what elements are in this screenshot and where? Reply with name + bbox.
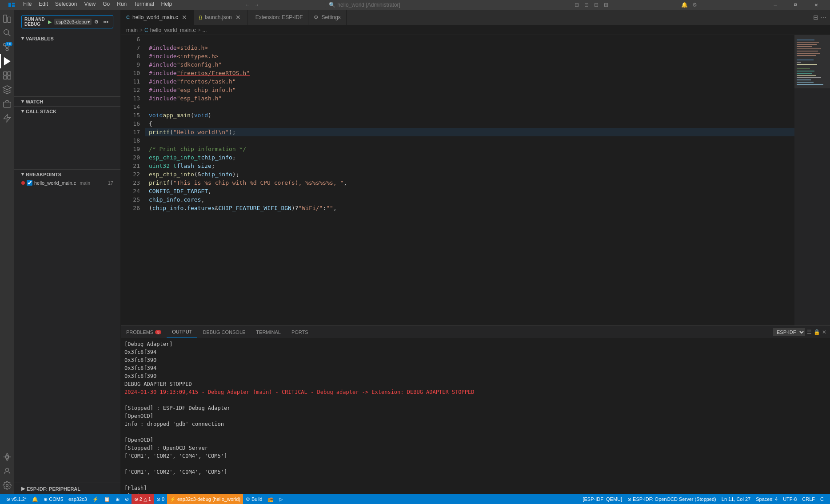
restore-btn[interactable]: ⧉: [786, 0, 806, 10]
breadcrumb-main[interactable]: main: [126, 27, 138, 33]
remote-icon[interactable]: [0, 450, 14, 464]
tabs-bar: C hello_world_main.c ✕ {} launch.json ✕ …: [121, 10, 830, 25]
output-source-select[interactable]: ESP-IDF: [773, 328, 805, 336]
panel-close-icon[interactable]: ✕: [822, 329, 826, 335]
code-editor[interactable]: #include <stdio.h> #include <inttypes.h>…: [145, 35, 794, 325]
menu-terminal[interactable]: Terminal: [130, 0, 157, 10]
sidebar-item-extensions[interactable]: [0, 68, 14, 83]
status-run-icon-btn[interactable]: ▷: [276, 494, 285, 504]
espidf-section-header[interactable]: ▶ ESP-IDF: PERIPHERAL: [14, 484, 120, 493]
svg-point-9: [6, 48, 8, 51]
panel-tab-ports[interactable]: PORTS: [286, 326, 314, 338]
menu-selection[interactable]: Selection: [52, 0, 80, 10]
activity-icon-btn[interactable]: ⊟: [592, 2, 600, 8]
watch-section-header[interactable]: ▾ WATCH: [14, 97, 120, 106]
sidebar: RUN AND DEBUG ▶ esp32c3-debu ▾ ⚙ ••• ▾ V…: [14, 10, 121, 494]
status-encoding[interactable]: UTF-8: [780, 494, 799, 504]
status-esp-idf-qemu[interactable]: [ESP-IDF: QEMU]: [580, 494, 625, 504]
sidebar-item-source-control[interactable]: 16: [0, 40, 14, 54]
terminal-label: TERMINAL: [256, 329, 281, 335]
status-com5[interactable]: ⊕ COM5: [41, 494, 66, 504]
status-no-problems[interactable]: ⊘ 0: [154, 494, 167, 504]
layout-icon[interactable]: ⊟: [573, 2, 581, 8]
code-line-17: printf("Hello world!\n");: [145, 128, 794, 136]
line-num-17: 17: [121, 128, 140, 136]
status-debug-session[interactable]: ⚡ esp32c3-debug (hello_world): [167, 494, 243, 504]
more-actions-icon[interactable]: ⋯: [820, 14, 826, 21]
status-cursor-position[interactable]: Ln 11, Col 27: [719, 494, 753, 504]
status-sdkconfig-icon-btn[interactable]: ⊘: [122, 494, 132, 504]
panel-list-view-icon[interactable]: ☰: [807, 329, 812, 335]
debug-gear-icon[interactable]: ⚙: [94, 19, 99, 25]
breadcrumb-filename[interactable]: hello_world_main.c: [150, 27, 196, 33]
tab-settings[interactable]: ⚙ Settings: [308, 10, 346, 25]
settings-gear-icon[interactable]: ⚙: [690, 2, 699, 8]
breakpoint-item[interactable]: hello_world_main.c main 17: [14, 179, 120, 187]
menu-help[interactable]: Help: [158, 0, 176, 10]
start-debug-btn[interactable]: ▶: [48, 19, 52, 25]
sidebar-item-efuse[interactable]: [0, 111, 14, 125]
panel-tab-debug-console[interactable]: DEBUG CONSOLE: [197, 326, 251, 338]
menu-edit[interactable]: Edit: [35, 0, 52, 10]
close-btn[interactable]: ✕: [806, 0, 826, 10]
panel-tab-problems[interactable]: PROBLEMS 3: [121, 326, 167, 338]
tab-extension-esp-idf[interactable]: Extension: ESP-IDF: [247, 10, 309, 25]
breakpoints-section-header[interactable]: ▾ BREAKPOINTS: [14, 170, 120, 179]
sidebar-item-esp-idf[interactable]: [0, 83, 14, 97]
status-errors[interactable]: ⊗ 2 △ 1: [132, 494, 154, 504]
status-run-icon: ▷: [279, 496, 283, 502]
breakpoint-checkbox[interactable]: [27, 180, 32, 186]
status-language[interactable]: C: [818, 494, 826, 504]
menu-view[interactable]: View: [80, 0, 99, 10]
output-line-5: 0x3fc8f390: [124, 372, 826, 380]
status-indentation[interactable]: Spaces: 4: [753, 494, 780, 504]
search-bar[interactable]: 🔍: [325, 1, 503, 9]
search-input[interactable]: [337, 2, 499, 8]
output-line-18: [124, 476, 826, 484]
status-notifications[interactable]: 🔔: [29, 494, 41, 504]
sidebar-item-component[interactable]: [0, 97, 14, 111]
status-fullclean-icon-btn[interactable]: ⊞: [113, 494, 122, 504]
panel-icon[interactable]: ⊟: [583, 2, 591, 8]
sidebar-item-explorer[interactable]: [0, 12, 14, 26]
tab-close-hello-world-main[interactable]: ✕: [181, 14, 188, 21]
accounts-icon[interactable]: [0, 464, 14, 478]
menu-run[interactable]: Run: [113, 0, 130, 10]
notifications-icon[interactable]: 🔔: [679, 2, 690, 8]
panel-lock-icon[interactable]: 🔒: [814, 329, 820, 335]
breadcrumb-more[interactable]: ...: [202, 27, 207, 33]
variables-section-header[interactable]: ▾ VARIABLES: [14, 34, 120, 43]
status-chip[interactable]: esp32c3: [66, 494, 90, 504]
menu-go[interactable]: Go: [99, 0, 113, 10]
sidebar-item-run-debug[interactable]: [0, 54, 14, 68]
status-monitor-icon-btn[interactable]: 📋: [101, 494, 113, 504]
tab-launch-json[interactable]: {} launch.json ✕: [194, 10, 247, 25]
output-line-12: [124, 428, 826, 436]
status-chip-label: esp32c3: [68, 496, 87, 502]
callstack-label: CALL STACK: [26, 109, 56, 114]
breadcrumb-c-icon[interactable]: C: [144, 27, 148, 33]
tab-close-launch-json[interactable]: ✕: [235, 14, 242, 21]
callstack-section-header[interactable]: ▾ CALL STACK: [14, 107, 120, 116]
status-radio-icon-btn[interactable]: 📻: [265, 494, 276, 504]
debug-more-icon[interactable]: •••: [101, 19, 110, 24]
menu-file[interactable]: File: [20, 0, 35, 10]
espidf-chevron: ▶: [21, 486, 25, 492]
tab-label-hello-world-main: hello_world_main.c: [132, 14, 178, 20]
status-openocd-stopped[interactable]: ⊗ ESP-IDF: OpenOCD Server (Stopped): [625, 494, 719, 504]
status-version[interactable]: ⊗ v5.1.2*: [4, 494, 29, 504]
line-num-18: 18: [121, 136, 140, 145]
sidebar-item-search[interactable]: [0, 26, 14, 40]
status-eol[interactable]: CRLF: [799, 494, 818, 504]
panel-tab-output[interactable]: OUTPUT: [167, 326, 197, 338]
split-editor-icon[interactable]: ⊟: [813, 14, 818, 21]
status-build[interactable]: ⚙ Build: [243, 494, 265, 504]
status-flash-icon-btn[interactable]: ⚡: [90, 494, 101, 504]
panel-tab-terminal[interactable]: TERMINAL: [251, 326, 286, 338]
c-file-icon: C: [126, 15, 130, 20]
settings-icon[interactable]: [0, 478, 14, 492]
editor-layout-icon[interactable]: ⊞: [602, 2, 610, 8]
config-dropdown[interactable]: esp32c3-debu ▾: [54, 19, 92, 25]
minimize-btn[interactable]: ─: [765, 0, 786, 10]
tab-hello-world-main[interactable]: C hello_world_main.c ✕: [121, 10, 194, 25]
